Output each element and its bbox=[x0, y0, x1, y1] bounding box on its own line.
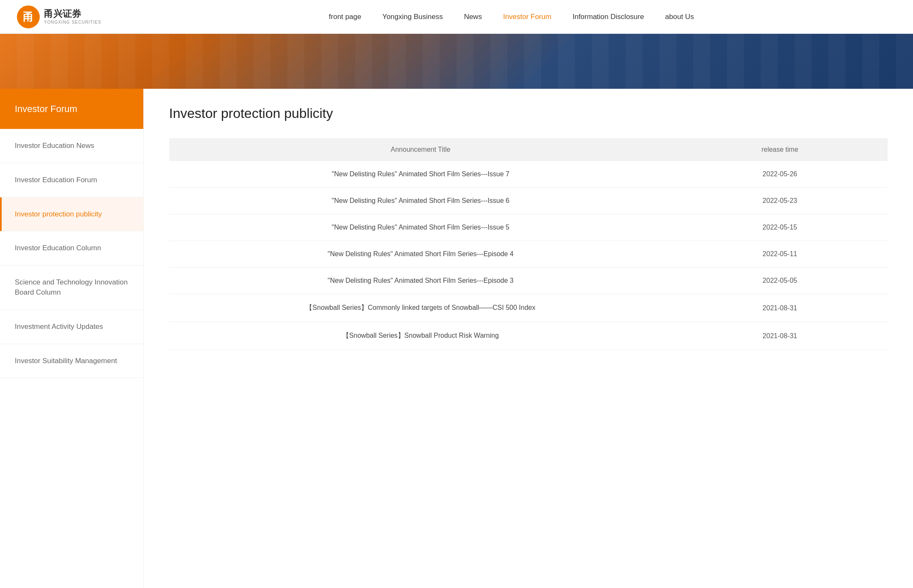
sidebar-header: Investor Forum bbox=[0, 89, 143, 129]
row-title-0: "New Delisting Rules" Animated Short Fil… bbox=[169, 161, 672, 188]
row-date-5: 2021-08-31 bbox=[672, 294, 888, 322]
row-date-1: 2022-05-23 bbox=[672, 188, 888, 214]
row-title-3: "New Delisting Rules" Animated Short Fil… bbox=[169, 241, 672, 268]
sidebar-item-investor-education-forum[interactable]: Investor Education Forum bbox=[0, 163, 143, 197]
logo-text: 甬兴证券 YONGXING SECURITIES bbox=[44, 8, 101, 25]
hero-banner bbox=[0, 34, 913, 89]
sidebar-item-science-technology-board[interactable]: Science and Technology Innovation Board … bbox=[0, 265, 143, 310]
sidebar-item-investor-protection-publicity[interactable]: Investor protection publicity bbox=[0, 197, 143, 232]
main-layout: Investor Forum Investor Education NewsIn… bbox=[0, 89, 913, 588]
header: 甬 甬兴证券 YONGXING SECURITIES front pageYon… bbox=[0, 0, 913, 34]
row-title-5: 【Snowball Series】Commonly linked targets… bbox=[169, 294, 672, 322]
announcement-table: Announcement Title release time "New Del… bbox=[169, 138, 888, 350]
table-row[interactable]: "New Delisting Rules" Animated Short Fil… bbox=[169, 188, 888, 214]
row-date-3: 2022-05-11 bbox=[672, 241, 888, 268]
table-row[interactable]: "New Delisting Rules" Animated Short Fil… bbox=[169, 241, 888, 268]
table-row[interactable]: 【Snowball Series】Commonly linked targets… bbox=[169, 294, 888, 322]
table-body: "New Delisting Rules" Animated Short Fil… bbox=[169, 161, 888, 350]
sidebar-header-label: Investor Forum bbox=[15, 104, 77, 115]
table-row[interactable]: "New Delisting Rules" Animated Short Fil… bbox=[169, 161, 888, 188]
row-title-4: "New Delisting Rules" Animated Short Fil… bbox=[169, 268, 672, 294]
sidebar-item-investor-suitability-management[interactable]: Investor Suitability Management bbox=[0, 344, 143, 378]
content-area: Investor protection publicity Announceme… bbox=[144, 89, 913, 588]
svg-text:甬: 甬 bbox=[23, 11, 34, 23]
sidebar: Investor Forum Investor Education NewsIn… bbox=[0, 89, 144, 588]
sidebar-item-investment-activity-updates[interactable]: Investment Activity Updates bbox=[0, 310, 143, 344]
logo-en: YONGXING SECURITIES bbox=[44, 20, 101, 25]
logo-icon: 甬 bbox=[17, 5, 40, 28]
row-date-6: 2021-08-31 bbox=[672, 322, 888, 350]
col-header-title: Announcement Title bbox=[169, 138, 672, 161]
sidebar-item-investor-education-column[interactable]: Investor Education Column bbox=[0, 231, 143, 265]
row-title-6: 【Snowball Series】Snowball Product Risk W… bbox=[169, 322, 672, 350]
nav-item-front-page[interactable]: front page bbox=[329, 13, 361, 21]
logo: 甬 甬兴证券 YONGXING SECURITIES bbox=[17, 5, 101, 28]
table-row[interactable]: "New Delisting Rules" Animated Short Fil… bbox=[169, 214, 888, 241]
page-title: Investor protection publicity bbox=[169, 106, 888, 121]
table-row[interactable]: 【Snowball Series】Snowball Product Risk W… bbox=[169, 322, 888, 350]
logo-cn: 甬兴证券 bbox=[44, 8, 101, 19]
sidebar-item-investor-education-news[interactable]: Investor Education News bbox=[0, 129, 143, 163]
nav-item-yongxing-business[interactable]: Yongxing Business bbox=[383, 13, 443, 21]
table-row[interactable]: "New Delisting Rules" Animated Short Fil… bbox=[169, 268, 888, 294]
nav-item-information-disclosure[interactable]: Information Disclosure bbox=[572, 13, 644, 21]
table-header-row: Announcement Title release time bbox=[169, 138, 888, 161]
main-nav: front pageYongxing BusinessNewsInvestor … bbox=[127, 13, 896, 21]
row-title-2: "New Delisting Rules" Animated Short Fil… bbox=[169, 214, 672, 241]
row-date-4: 2022-05-05 bbox=[672, 268, 888, 294]
row-date-0: 2022-05-26 bbox=[672, 161, 888, 188]
nav-item-investor-forum[interactable]: Investor Forum bbox=[503, 13, 551, 21]
row-title-1: "New Delisting Rules" Animated Short Fil… bbox=[169, 188, 672, 214]
nav-item-about-us[interactable]: about Us bbox=[665, 13, 694, 21]
col-header-date: release time bbox=[672, 138, 888, 161]
row-date-2: 2022-05-15 bbox=[672, 214, 888, 241]
nav-item-news[interactable]: News bbox=[464, 13, 482, 21]
